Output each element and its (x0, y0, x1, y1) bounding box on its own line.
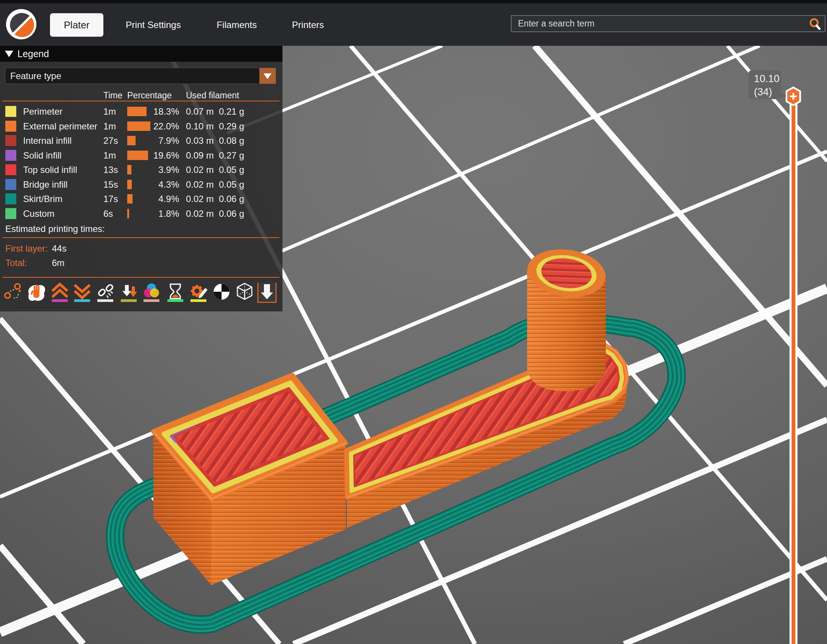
svg-text:10.10: 10.10 (754, 73, 780, 84)
svg-text:(34): (34) (754, 86, 772, 98)
